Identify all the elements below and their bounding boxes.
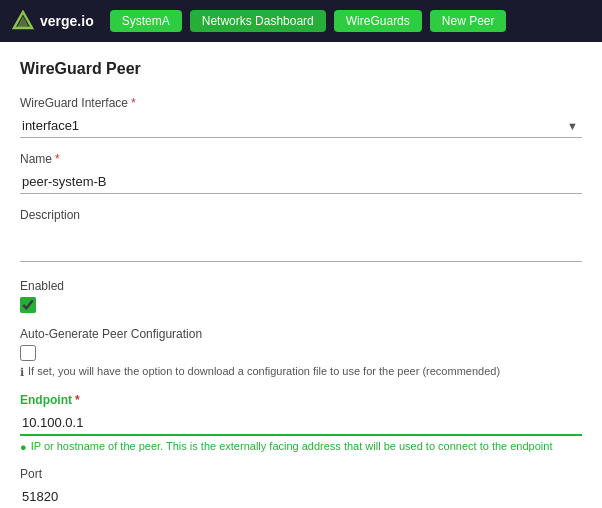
port-label: Port xyxy=(20,467,582,481)
name-input[interactable] xyxy=(20,170,582,194)
nav-system-a[interactable]: SystemA xyxy=(110,10,182,32)
name-field: Name * xyxy=(20,152,582,194)
enabled-checkbox-wrapper xyxy=(20,297,582,313)
info-circle-icon: ● xyxy=(20,441,27,453)
nav-new-peer[interactable]: New Peer xyxy=(430,10,507,32)
auto-generate-field: Auto-Generate Peer Configuration ℹ If se… xyxy=(20,327,582,379)
enabled-label: Enabled xyxy=(20,279,582,293)
enabled-field: Enabled xyxy=(20,279,582,313)
description-label: Description xyxy=(20,208,582,222)
auto-generate-checkbox[interactable] xyxy=(20,345,36,361)
logo-text: verge.io xyxy=(40,13,94,29)
required-star-interface: * xyxy=(131,96,136,110)
name-label: Name * xyxy=(20,152,582,166)
endpoint-hint: ● IP or hostname of the peer. This is th… xyxy=(20,440,582,453)
auto-generate-checkbox-wrapper xyxy=(20,345,582,361)
logo-icon xyxy=(12,10,34,32)
header: verge.io SystemA Networks Dashboard Wire… xyxy=(0,0,602,42)
wireguard-interface-label: WireGuard Interface * xyxy=(20,96,582,110)
nav-networks-dashboard[interactable]: Networks Dashboard xyxy=(190,10,326,32)
auto-generate-hint: ℹ If set, you will have the option to do… xyxy=(20,365,582,379)
wireguard-interface-field: WireGuard Interface * interface1 ▼ xyxy=(20,96,582,138)
auto-generate-label: Auto-Generate Peer Configuration xyxy=(20,327,582,341)
main-content: WireGuard Peer WireGuard Interface * int… xyxy=(0,42,602,508)
required-star-endpoint: * xyxy=(75,393,80,407)
page-title: WireGuard Peer xyxy=(20,60,582,78)
endpoint-label: Endpoint * xyxy=(20,393,582,407)
description-input[interactable] xyxy=(20,226,582,262)
endpoint-field: Endpoint * ● IP or hostname of the peer.… xyxy=(20,393,582,453)
endpoint-input[interactable] xyxy=(20,411,582,436)
port-field: Port xyxy=(20,467,582,508)
logo: verge.io xyxy=(12,10,94,32)
wireguard-interface-select[interactable]: interface1 xyxy=(20,114,582,138)
port-input[interactable] xyxy=(20,485,582,508)
wireguard-interface-select-wrapper: interface1 ▼ xyxy=(20,114,582,138)
description-field: Description xyxy=(20,208,582,265)
required-star-name: * xyxy=(55,152,60,166)
nav-wireguards[interactable]: WireGuards xyxy=(334,10,422,32)
enabled-checkbox[interactable] xyxy=(20,297,36,313)
info-icon: ℹ xyxy=(20,366,24,379)
